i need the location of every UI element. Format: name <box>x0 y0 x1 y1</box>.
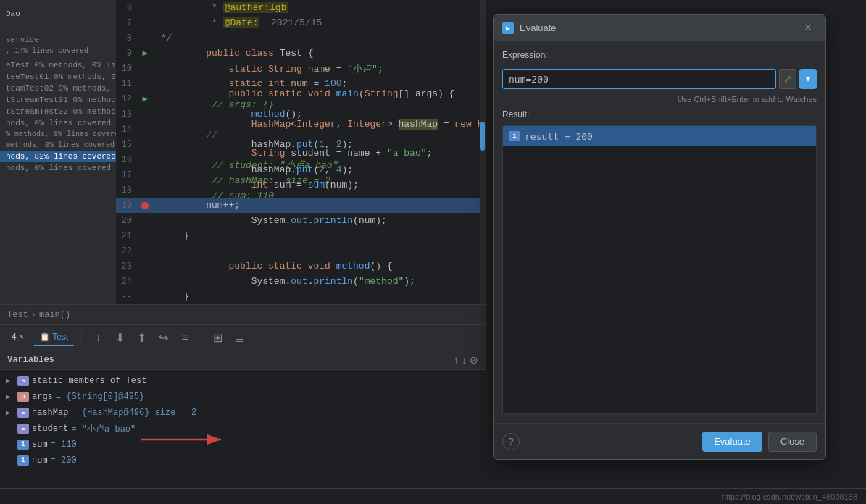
var-icon-hashmap: = <box>17 408 29 418</box>
step-into-btn[interactable]: ⬇ <box>111 329 128 346</box>
coverage-item[interactable]: Dao <box>0 4 116 20</box>
debug-toolbar: 4 × 📋 Test ↓ ⬇ ⬆ ↪ ≡ ⊞ ≣ <box>0 324 486 350</box>
toolbar-separator-2 <box>201 330 201 345</box>
var-icon-sum: i <box>17 440 29 450</box>
debug-tab-test[interactable]: 📋 Test <box>34 329 74 346</box>
url-text: https://blog.csdn.net/weixin_46008168 <box>722 492 857 501</box>
settings-btn[interactable]: ≣ <box>230 329 248 346</box>
layout-btn[interactable]: ⊞ <box>209 329 226 346</box>
coverage-item-stream01[interactable]: tStreamTest01 0% methods, <box>0 94 116 106</box>
filter-down-btn[interactable]: ↓ <box>462 354 467 366</box>
coverage-item-82[interactable]: hods, 82% lines covered <box>0 151 116 162</box>
toolbar-separator <box>81 330 82 345</box>
variables-header: Variables ↑ ↓ ⊘ <box>0 350 486 370</box>
var-icon-num: i <box>17 455 29 466</box>
expression-expand-btn[interactable]: ⤢ <box>779 69 796 89</box>
coverage-detail-3: % methods, 0% lines covere <box>0 129 116 140</box>
breadcrumb-method: main() <box>39 310 70 320</box>
var-list: ▶ s static members of Test ▶ p args = {S… <box>0 370 486 471</box>
var-item-num[interactable]: ▶ i num = 200 <box>0 453 486 469</box>
var-icon-static: s <box>17 376 29 386</box>
code-line-fold: -- } <box>116 289 486 304</box>
coverage-item-test02[interactable]: teamTest02 0% methods, 0 <box>0 83 116 94</box>
red-arrow-annotation <box>141 432 243 448</box>
close-button[interactable]: Close <box>768 432 817 452</box>
ide-main: Dao service , 14% lines covered eTest 0%… <box>0 0 486 504</box>
expression-input[interactable] <box>502 69 776 89</box>
editor-scrollbar[interactable] <box>480 0 486 304</box>
code-editor[interactable]: 6 * @auther:lgb 7 * @Date: 2021/5/15 8 *… <box>116 0 486 304</box>
expression-row: ⤢ ▾ <box>502 69 817 89</box>
result-icon: i <box>509 131 520 141</box>
url-bar: https://blog.csdn.net/weixin_46008168 <box>0 488 866 504</box>
coverage-detail-2: hods, 0% lines covered <box>0 117 116 129</box>
dialog-body: Expression: ⤢ ▾ Use Ctrl+Shift+Enter to … <box>494 41 825 423</box>
dialog-title: Evaluate <box>520 22 794 33</box>
coverage-item-test[interactable]: eTest 0% methods, 0% lines <box>0 59 116 71</box>
dialog-close-button[interactable]: × <box>799 20 817 37</box>
code-line-18: 18 int sum = sum(num); // sum: 110 <box>116 182 486 198</box>
expression-label: Expression: <box>502 50 817 60</box>
var-item-student[interactable]: ▶ = student = "小卢a bao" <box>0 421 486 437</box>
watches-hint: Use Ctrl+Shift+Enter to add to Watches <box>502 95 817 104</box>
coverage-item-service[interactable]: service <box>0 34 116 46</box>
scrollbar-thumb[interactable] <box>480 122 485 151</box>
var-item-hashmap[interactable]: ▶ = hashMap = {HashMap@496} size = 2 <box>0 405 486 421</box>
breadcrumb-bar: Test › main() <box>0 304 486 324</box>
step-over-btn[interactable]: ↓ <box>89 329 107 346</box>
coverage-detail-4: methods, 0% lines covered <box>0 140 116 151</box>
var-item-sum[interactable]: ▶ i sum = 110 <box>0 437 486 453</box>
variables-panel: Variables ↑ ↓ ⊘ ▶ s static members of Te… <box>0 350 486 504</box>
evaluate-button[interactable]: Evaluate <box>702 432 762 452</box>
dialog-footer: ? Evaluate Close <box>494 423 825 459</box>
breadcrumb-separator: › <box>31 310 36 320</box>
code-line-24: 24 System.out.println("method"); <box>116 274 486 289</box>
evaluate-btn[interactable]: ≡ <box>176 329 193 346</box>
result-item[interactable]: i result = 200 <box>503 126 816 146</box>
filter-toggle-btn[interactable]: ⊘ <box>470 354 478 366</box>
coverage-detail: , 14% lines covered <box>0 46 116 56</box>
coverage-detail-5: hods, 0% lines covered <box>0 162 116 174</box>
run-to-cursor-btn[interactable]: ↪ <box>154 329 172 346</box>
coverage-item-test01[interactable]: teeTest01 0% methods, 0% lines <box>0 71 116 83</box>
result-area: i result = 200 <box>502 125 817 414</box>
filter-up-btn[interactable]: ↑ <box>454 354 459 366</box>
breadcrumb-file: Test <box>7 310 28 320</box>
var-item-args[interactable]: ▶ p args = {String[0]@495} <box>0 389 486 405</box>
var-filter-buttons: ↑ ↓ ⊘ <box>454 354 478 366</box>
dialog-titlebar: ▶ Evaluate × <box>494 15 825 41</box>
coverage-panel: Dao service , 14% lines covered eTest 0%… <box>0 0 116 304</box>
debug-tab-4[interactable]: 4 × <box>6 329 30 346</box>
step-out-btn[interactable]: ⬆ <box>133 329 150 346</box>
coverage-item-stream02[interactable]: tStreamTest02 0% methods, <box>0 106 116 117</box>
var-icon-student: = <box>17 424 29 434</box>
var-icon-param: p <box>17 392 29 402</box>
result-text: result = 200 <box>525 131 593 142</box>
code-line-20: 20 System.out.println(num); <box>116 213 486 228</box>
code-line-21: 21 } <box>116 228 486 243</box>
var-item-static[interactable]: ▶ s static members of Test <box>0 373 486 389</box>
help-button[interactable]: ? <box>502 433 520 450</box>
expression-dropdown-btn[interactable]: ▾ <box>799 69 817 89</box>
variables-title: Variables <box>7 355 54 365</box>
evaluate-dialog: ▶ Evaluate × Expression: ⤢ ▾ Use Ctrl+Sh… <box>493 14 826 460</box>
dialog-title-icon: ▶ <box>502 22 514 34</box>
code-line-7: 7 * @Date: 2021/5/15 <box>116 15 486 30</box>
result-label: Result: <box>502 109 817 119</box>
